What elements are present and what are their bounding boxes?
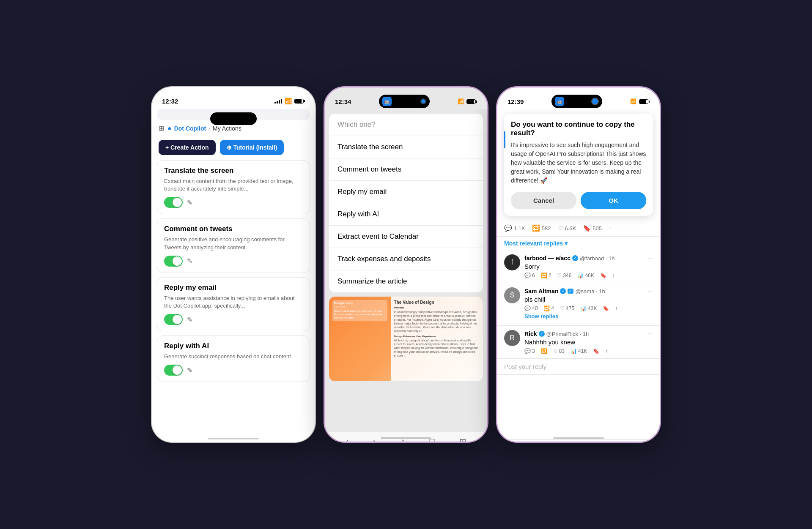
like-stat-icon: ♡ [557, 224, 563, 232]
stat-bookmarks[interactable]: 🔖 505 [583, 224, 602, 232]
reply-content-sam: Sam Altman ✓ ✓ @sama · 1h ··· pls chill … [524, 287, 653, 321]
more-icon-farbood[interactable]: ··· [647, 254, 653, 262]
menu-item-reply-email[interactable]: Reply my email [329, 181, 483, 203]
reply-bookmark-farbood[interactable]: 🔖 [600, 273, 606, 278]
reply-retweet-sam[interactable]: 🔁4 [543, 305, 554, 311]
toggle-comment[interactable] [164, 256, 183, 267]
reply-share-sam[interactable]: ↑ [615, 305, 617, 311]
toggle-translate[interactable] [164, 197, 183, 208]
status-center-3: 🤖 [551, 95, 602, 108]
dialog-text: It's impressive to see such high engagem… [511, 141, 646, 185]
show-replies-button[interactable]: Show replies [524, 311, 653, 321]
action-title-reply-ai: Reply with AI [164, 342, 303, 350]
back-icon[interactable]: ‹ [346, 436, 348, 443]
reply-like-sam[interactable]: ♡475 [560, 305, 574, 311]
edit-icon-comment[interactable]: ✎ [187, 257, 192, 265]
copy-result-dialog: Do you want to continue to copy the resu… [504, 114, 653, 216]
reply-handle-rick: @PrimalRick · 1h [546, 331, 589, 337]
toggle-reply-email[interactable] [164, 314, 183, 325]
stat-likes[interactable]: ♡ 6.6K [557, 224, 576, 232]
menu-item-comment[interactable]: Comment on tweets [329, 158, 483, 181]
battery-icon-3 [639, 99, 650, 104]
reply-bookmark-sam[interactable]: 🔖 [603, 305, 609, 311]
phone1-screen: dotcopilot.ai ⊞ ● Dot Copilot › My Actio… [152, 109, 315, 442]
like-count: 6.6K [565, 225, 576, 232]
reply-header-farbood: farbood — e/acc ✓ @farbood · 1h ··· [524, 254, 653, 262]
reply-handle-farbood: @farbood · 1h [580, 255, 615, 262]
menu-item-extract-calendar[interactable]: Extract event to Calendar [329, 226, 483, 248]
status-bar-2: 12:34 🤖 📶 [325, 87, 487, 109]
reply-retweet-rick[interactable]: 🔁 [541, 348, 547, 354]
tweet-stats: 💬 1.1K 🔁 582 ♡ 6.6K 🔖 505 ↑ [497, 220, 660, 237]
avatar-sam: S [504, 287, 520, 303]
retweet-stat-icon: 🔁 [532, 224, 540, 232]
edit-icon-reply-ai[interactable]: ✎ [187, 366, 192, 374]
reply-share-farbood[interactable]: ↑ [612, 273, 615, 278]
reply-header-sam: Sam Altman ✓ ✓ @sama · 1h ··· [524, 287, 653, 295]
reply-name-area-sam: Sam Altman ✓ ✓ @sama · 1h [524, 288, 605, 294]
sidebar-icon[interactable]: ⊞ [159, 124, 164, 132]
comment-count: 1.1K [514, 225, 525, 232]
accent-line [504, 131, 505, 148]
more-icon-rick[interactable]: ··· [647, 330, 653, 338]
relevant-replies-filter[interactable]: Most relevant replies ▾ [497, 237, 660, 250]
signal-bar-3 [279, 100, 280, 104]
reply-header-rick: Rick ✓ @PrimalRick · 1h ··· [524, 330, 653, 338]
ok-button[interactable]: OK [581, 192, 646, 209]
reply-comment-farbood[interactable]: 💬6 [524, 273, 535, 278]
reply-like-count-rick: 83 [559, 348, 565, 354]
forward-icon[interactable]: › [373, 436, 376, 443]
like-icon: ♡ [557, 273, 562, 278]
avatar-rick: R [504, 330, 520, 346]
action-menu-sheet: Which one? Translate the screen Comment … [329, 114, 483, 292]
preview-body-text: In an increasingly competitive and fast-… [394, 310, 480, 333]
reply-share-rick[interactable]: ↑ [605, 348, 608, 354]
status-bar-3: 12:39 🤖 📶 [497, 87, 660, 109]
reply-like-count-sam: 475 [566, 305, 574, 311]
action-card-reply-email: Reply my email The user wants assistance… [157, 277, 310, 331]
tabs-icon[interactable]: ⊞ [459, 436, 466, 443]
reply-bookmark-rick[interactable]: 🔖 [593, 348, 599, 354]
stat-comments[interactable]: 💬 1.1K [504, 224, 525, 232]
reply-like-rick[interactable]: ♡83 [553, 348, 565, 354]
status-icons-3: 📶 [630, 98, 650, 104]
bottom-nav-bar: 🏠 🔍 ✕ 👤 🔔 ✉ [497, 439, 660, 443]
signal-bar-1 [274, 102, 276, 104]
cancel-button[interactable]: Cancel [511, 192, 576, 209]
menu-item-summarize[interactable]: Summarize the article [329, 270, 483, 292]
menu-item-translate[interactable]: Translate the screen [329, 136, 483, 158]
reply-comment-sam[interactable]: 💬40 [524, 305, 538, 311]
breadcrumb-sep: › [208, 125, 210, 131]
tutorial-button[interactable]: ⊕ Tutorial (Install) [220, 140, 284, 155]
post-reply-area[interactable]: Post your reply [497, 359, 660, 375]
action-card-reply-ai: Reply with AI Generate succinct response… [157, 335, 310, 382]
reply-views-count-farbood: 46K [585, 273, 594, 278]
reply-content-rick: Rick ✓ @PrimalRick · 1h ··· Nahhhh you k… [524, 330, 653, 354]
breadcrumb-brand[interactable]: Dot Copilot [174, 125, 206, 132]
reply-name-farbood: farbood — e/acc [524, 255, 571, 262]
reply-views-count-sam: 43K [588, 305, 597, 311]
more-icon-sam[interactable]: ··· [647, 287, 653, 295]
menu-item-track-expenses[interactable]: Track expenses and deposits [329, 248, 483, 270]
views-icon-rick: 📊 [571, 348, 577, 354]
comment-icon-rick: 💬 [524, 348, 531, 354]
action-card-comment: Comment on tweets Generate positive and … [157, 218, 310, 273]
reply-like-farbood[interactable]: ♡346 [557, 273, 571, 278]
stat-retweets[interactable]: 🔁 582 [532, 224, 551, 232]
reply-name-rick: Rick [524, 330, 537, 337]
reply-comment-rick[interactable]: 💬3 [524, 348, 535, 354]
reply-retweet-farbood[interactable]: 🔁2 [541, 273, 551, 278]
action-desc-comment: Generate positive and encouraging commen… [164, 236, 303, 251]
stat-share[interactable]: ↑ [609, 224, 612, 232]
post-reply-input[interactable]: Post your reply [504, 363, 653, 370]
signal-icon-1 [274, 98, 282, 104]
create-action-button[interactable]: + Create Action [159, 140, 216, 155]
reply-text-farbood: Sorry [524, 263, 653, 270]
menu-item-reply-ai[interactable]: Reply with AI [329, 203, 483, 226]
toggle-reply-ai[interactable] [164, 365, 183, 376]
edit-icon-translate[interactable]: ✎ [187, 199, 192, 207]
signal-bar-2 [277, 101, 278, 104]
phones-container: 12:32 📶 dotcopilot.ai [151, 86, 661, 443]
edit-icon-reply-email[interactable]: ✎ [187, 316, 192, 324]
brand-dot-icon: ● [167, 125, 172, 132]
